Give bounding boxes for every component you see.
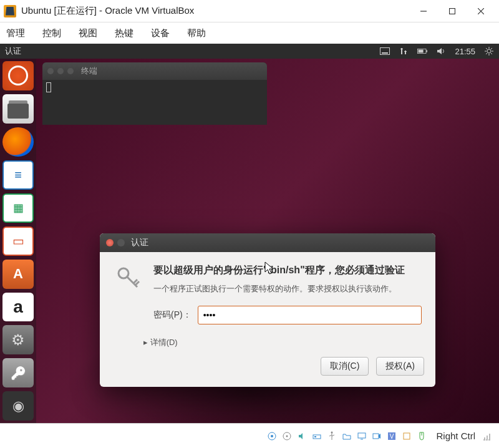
svg-rect-15 bbox=[358, 433, 366, 438]
launcher-amazon[interactable] bbox=[2, 293, 34, 322]
menu-devices[interactable]: 设备 bbox=[151, 27, 170, 39]
virtualbox-icon bbox=[4, 5, 16, 17]
launcher-auth-dialog[interactable] bbox=[2, 358, 34, 387]
gear-icon[interactable] bbox=[484, 47, 494, 56]
password-label: 密码(P)： bbox=[153, 309, 191, 321]
menubar: 管理 控制 视图 热键 设备 帮助 bbox=[0, 22, 499, 44]
dialog-close-icon[interactable] bbox=[106, 239, 114, 246]
close-button[interactable] bbox=[467, 2, 495, 21]
optical-icon[interactable] bbox=[281, 431, 293, 442]
svg-rect-0 bbox=[450, 8, 455, 14]
launcher-disk[interactable] bbox=[2, 391, 34, 421]
svg-rect-19 bbox=[404, 433, 410, 439]
launcher-settings[interactable] bbox=[2, 325, 34, 354]
ubuntu-topbar: 认证 21:55 bbox=[0, 44, 499, 59]
dialog-window-title: 认证 bbox=[131, 237, 148, 248]
guest-display[interactable]: 认证 21:55 终端 bbox=[0, 44, 499, 423]
launcher-impress[interactable] bbox=[2, 226, 34, 256]
volume-icon[interactable] bbox=[436, 47, 446, 56]
audio-icon[interactable] bbox=[296, 431, 308, 442]
launcher-calc[interactable] bbox=[2, 193, 34, 223]
topbar-app-title: 认证 bbox=[5, 46, 380, 57]
svg-point-6 bbox=[487, 49, 491, 53]
keyboard-icon[interactable] bbox=[380, 47, 390, 56]
launcher-writer[interactable] bbox=[2, 160, 34, 190]
net-icon[interactable] bbox=[311, 431, 322, 442]
hdd-icon[interactable] bbox=[266, 431, 278, 442]
launcher-software-center[interactable] bbox=[2, 260, 34, 289]
usb-icon[interactable] bbox=[326, 431, 337, 442]
svg-text:V: V bbox=[390, 433, 394, 440]
signal-icon bbox=[482, 431, 493, 442]
launcher bbox=[0, 59, 36, 423]
terminal-close-icon[interactable] bbox=[47, 68, 54, 74]
svg-rect-12 bbox=[313, 435, 321, 439]
svg-rect-5 bbox=[419, 50, 424, 53]
auth-dialog: 认证 要以超级用户的身份运行"/bin/sh"程序，您必须通过验证 一个程序正试… bbox=[100, 233, 435, 387]
terminal-min-icon[interactable] bbox=[57, 68, 64, 74]
svg-rect-2 bbox=[382, 52, 388, 54]
menu-control[interactable]: 控制 bbox=[42, 27, 61, 39]
vrde-icon[interactable]: V bbox=[386, 431, 397, 442]
terminal-window[interactable]: 终端 bbox=[42, 62, 267, 125]
minimize-button[interactable] bbox=[409, 2, 438, 21]
terminal-max-icon[interactable] bbox=[67, 68, 74, 74]
menu-view[interactable]: 视图 bbox=[79, 27, 97, 39]
launcher-dash[interactable] bbox=[2, 61, 34, 90]
network-icon[interactable] bbox=[399, 47, 409, 56]
menu-hotkeys[interactable]: 热键 bbox=[115, 27, 133, 39]
svg-rect-4 bbox=[427, 50, 428, 52]
clock[interactable]: 21:55 bbox=[455, 47, 475, 56]
keys-icon bbox=[114, 263, 143, 293]
svg-point-11 bbox=[286, 435, 288, 437]
dialog-description: 一个程序正试图执行一个需要特权的动作。要求授权以执行该动作。 bbox=[153, 283, 422, 295]
terminal-cursor bbox=[46, 82, 51, 92]
shared-folder-icon[interactable] bbox=[341, 431, 352, 442]
window-title: Ubuntu [正在运行] - Oracle VM VirtualBox bbox=[21, 5, 409, 17]
cancel-button[interactable]: 取消(C) bbox=[321, 357, 369, 376]
authorize-button[interactable]: 授权(A) bbox=[376, 357, 424, 376]
display-icon[interactable] bbox=[356, 431, 367, 442]
maximize-button[interactable] bbox=[438, 2, 467, 21]
details-expander[interactable]: 详情(D) bbox=[100, 337, 435, 357]
dialog-heading: 要以超级用户的身份运行"/bin/sh"程序，您必须通过验证 bbox=[153, 263, 422, 277]
dialog-min-icon[interactable] bbox=[117, 239, 125, 246]
statusbar: V Right Ctrl bbox=[0, 423, 499, 448]
cpu-icon[interactable] bbox=[401, 431, 412, 442]
menu-help[interactable]: 帮助 bbox=[187, 27, 206, 39]
recording-icon[interactable] bbox=[371, 431, 382, 442]
battery-icon[interactable] bbox=[417, 47, 427, 56]
launcher-firefox[interactable] bbox=[2, 127, 34, 157]
password-input[interactable] bbox=[198, 306, 422, 324]
svg-point-14 bbox=[331, 431, 333, 433]
launcher-files[interactable] bbox=[2, 94, 34, 124]
window-titlebar: Ubuntu [正在运行] - Oracle VM VirtualBox bbox=[0, 0, 499, 22]
terminal-title: 终端 bbox=[81, 66, 97, 77]
host-key-label: Right Ctrl bbox=[436, 431, 475, 441]
dialog-titlebar[interactable]: 认证 bbox=[100, 233, 435, 252]
svg-rect-13 bbox=[314, 436, 316, 437]
mouse-integration-icon[interactable] bbox=[416, 431, 427, 442]
svg-rect-16 bbox=[373, 434, 379, 439]
svg-point-9 bbox=[271, 435, 273, 437]
menu-manage[interactable]: 管理 bbox=[6, 27, 25, 39]
